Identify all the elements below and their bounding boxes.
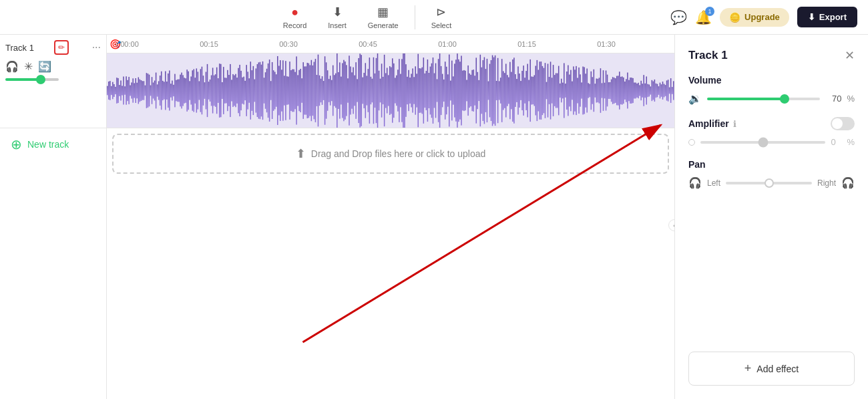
new-track-button[interactable]: ⊕ New track — [0, 128, 106, 160]
svg-rect-272 — [474, 76, 475, 105]
panel-volume-slider[interactable] — [707, 98, 820, 100]
svg-rect-327 — [549, 77, 550, 104]
svg-rect-330 — [553, 65, 554, 116]
svg-rect-403 — [652, 80, 653, 101]
svg-rect-396 — [642, 84, 643, 98]
volume-section-label: Volume — [688, 75, 855, 86]
drop-zone[interactable]: ⬆ Drag and Drop files here or click to u… — [112, 134, 669, 174]
svg-rect-97 — [238, 68, 239, 113]
svg-rect-40 — [161, 72, 162, 110]
track-volume-slider[interactable] — [5, 78, 59, 81]
svg-rect-101 — [243, 77, 244, 105]
svg-rect-34 — [153, 82, 154, 98]
upgrade-button[interactable]: 🪙 Upgrade — [720, 8, 789, 27]
svg-rect-96 — [236, 78, 238, 104]
svg-rect-83 — [219, 63, 220, 118]
svg-rect-371 — [608, 82, 610, 99]
export-button[interactable]: ⬇ Export — [797, 7, 857, 27]
svg-rect-100 — [242, 78, 243, 104]
info-icon[interactable]: ℹ — [733, 119, 736, 129]
svg-rect-317 — [535, 65, 537, 115]
svg-rect-149 — [308, 63, 310, 118]
svg-rect-417 — [670, 78, 672, 103]
svg-rect-32 — [150, 86, 152, 96]
svg-rect-12 — [123, 76, 124, 104]
svg-rect-363 — [598, 79, 599, 102]
svg-rect-99 — [240, 71, 242, 110]
svg-rect-112 — [258, 62, 260, 118]
svg-rect-123 — [273, 70, 274, 111]
svg-rect-389 — [632, 78, 634, 103]
svg-rect-222 — [407, 77, 408, 104]
select-button[interactable]: ⊳ Select — [423, 2, 460, 32]
svg-rect-137 — [292, 70, 293, 112]
svg-rect-119 — [268, 63, 269, 118]
svg-rect-88 — [226, 78, 227, 104]
svg-rect-340 — [566, 72, 568, 110]
svg-rect-52 — [177, 80, 178, 102]
svg-rect-35 — [154, 81, 156, 101]
svg-rect-287 — [495, 55, 496, 126]
svg-rect-154 — [315, 59, 316, 122]
svg-rect-87 — [224, 78, 226, 104]
svg-rect-260 — [458, 59, 459, 122]
asterisk-icon[interactable]: ✳ — [24, 60, 33, 73]
svg-rect-42 — [164, 82, 165, 99]
svg-rect-297 — [508, 78, 509, 104]
svg-rect-308 — [523, 65, 524, 116]
svg-rect-46 — [169, 70, 170, 110]
svg-rect-271 — [473, 70, 474, 112]
panel-title: Track 1 — [688, 49, 728, 62]
track-edit-button[interactable]: ✏ — [54, 40, 69, 55]
svg-rect-294 — [504, 73, 505, 108]
svg-rect-253 — [449, 55, 450, 127]
svg-rect-188 — [361, 55, 362, 126]
record-button[interactable]: ● Record — [275, 3, 314, 32]
svg-rect-61 — [189, 81, 190, 100]
svg-rect-412 — [664, 84, 665, 98]
amplifier-toggle[interactable] — [831, 117, 855, 130]
track-more-button[interactable]: ··· — [92, 41, 101, 53]
chat-icon[interactable]: 💬 — [670, 9, 687, 25]
svg-rect-316 — [534, 75, 535, 106]
amplifier-slider-row: 0 % — [688, 137, 855, 147]
collapse-button[interactable]: ‹ — [668, 219, 674, 231]
svg-rect-178 — [347, 78, 349, 102]
svg-rect-198 — [375, 74, 376, 108]
svg-rect-225 — [411, 74, 412, 107]
svg-rect-114 — [261, 65, 262, 117]
svg-rect-249 — [443, 80, 445, 102]
close-button[interactable]: ✕ — [845, 48, 855, 63]
svg-rect-73 — [206, 72, 207, 110]
generate-button[interactable]: ▦ Generate — [360, 2, 407, 32]
add-effect-button[interactable]: + Add effect — [688, 352, 855, 386]
svg-rect-325 — [546, 82, 548, 100]
svg-rect-281 — [487, 59, 488, 122]
snap-icon[interactable]: 🎯 — [110, 39, 121, 49]
insert-button[interactable]: ⬇ Insert — [320, 2, 355, 32]
svg-rect-189 — [363, 78, 364, 104]
svg-rect-242 — [434, 74, 435, 108]
svg-rect-85 — [222, 82, 223, 99]
svg-rect-410 — [661, 84, 662, 97]
track-controls: 🎧 ✳ 🔄 — [5, 60, 101, 73]
svg-rect-259 — [457, 53, 458, 128]
svg-rect-18 — [131, 82, 132, 98]
waveform-track[interactable] — [107, 53, 674, 128]
headphone-icon[interactable]: 🎧 — [5, 60, 19, 73]
bell-wrapper[interactable]: 🔔 1 — [695, 9, 712, 25]
svg-rect-233 — [422, 68, 423, 114]
pan-slider[interactable] — [726, 182, 812, 184]
svg-rect-404 — [653, 82, 654, 100]
svg-rect-219 — [403, 53, 404, 128]
svg-rect-22 — [137, 83, 138, 98]
svg-rect-319 — [538, 70, 539, 111]
svg-rect-39 — [160, 76, 161, 106]
svg-rect-130 — [282, 60, 284, 120]
panel-header: Track 1 ✕ — [688, 48, 855, 63]
svg-rect-30 — [148, 74, 149, 108]
loop-icon[interactable]: 🔄 — [38, 60, 51, 73]
amplifier-slider — [700, 141, 825, 144]
svg-rect-212 — [393, 63, 395, 118]
svg-rect-59 — [186, 70, 188, 112]
